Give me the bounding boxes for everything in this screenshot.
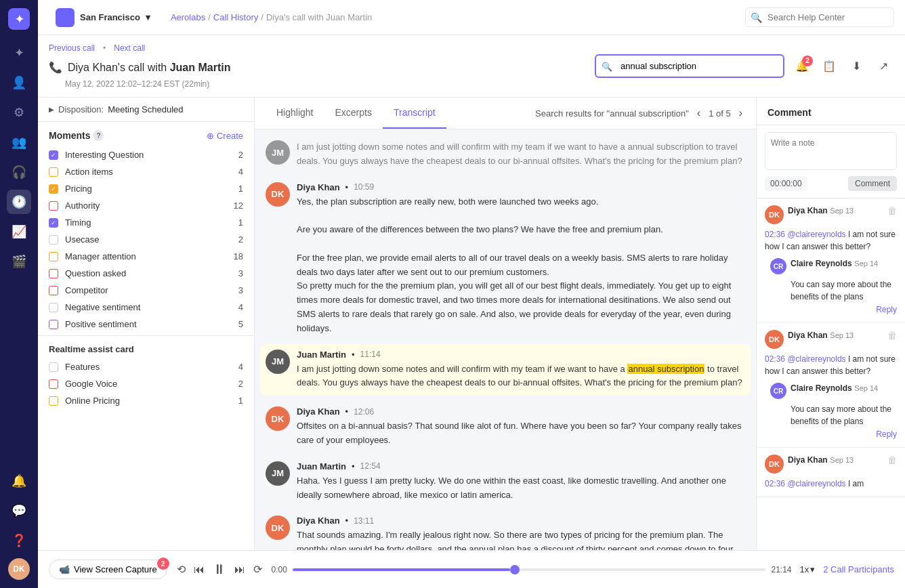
nav-headset-icon[interactable]: 🎧 <box>7 160 31 184</box>
org-selector[interactable]: San Francisco ▾ <box>49 4 157 31</box>
progress-bar[interactable] <box>293 568 765 571</box>
list-item[interactable]: Action items 4 <box>38 163 254 180</box>
nav-bell-icon[interactable]: 🔔 <box>7 469 31 493</box>
moments-info-icon[interactable]: ? <box>93 130 104 141</box>
moment-checkbox-positive-sentiment[interactable] <box>49 320 58 329</box>
comment-user-info: Diya Khan Sep 13 <box>788 455 883 465</box>
forward-15-button[interactable]: ⟳ <box>252 562 264 577</box>
tab-transcript[interactable]: Transcript <box>383 98 446 129</box>
download-button[interactable]: ⬇ <box>845 56 867 77</box>
list-item[interactable]: Authority 12 <box>38 197 254 214</box>
moment-checkbox-google-voice[interactable] <box>49 379 58 389</box>
comment-date: Sep 13 <box>830 207 854 215</box>
create-moment-button[interactable]: ⊕ Create <box>207 131 243 141</box>
speed-selector[interactable]: 1x ▾ <box>799 564 815 574</box>
list-item[interactable]: ✓ Interesting Question 2 <box>38 146 254 163</box>
next-call-link[interactable]: Next call <box>114 43 145 53</box>
moment-checkbox-action-items[interactable] <box>49 167 58 177</box>
nav-sparkle-icon[interactable]: ✦ <box>7 41 31 65</box>
list-item[interactable]: Google Voice 2 <box>38 375 254 392</box>
share-button[interactable]: ↗ <box>872 56 894 77</box>
moment-checkbox-negative-sentiment[interactable] <box>49 303 58 312</box>
call-search-input[interactable] <box>595 54 784 78</box>
skip-to-start-button[interactable]: ⏮ <box>192 562 206 577</box>
moment-checkbox-interesting-question[interactable]: ✓ <box>49 150 58 160</box>
moment-checkbox-features[interactable] <box>49 362 58 372</box>
call-search-icon: 🔍 <box>602 61 612 71</box>
view-screen-capture-button[interactable]: 📹 View Screen Capture 2 <box>49 560 167 579</box>
delete-comment-icon[interactable]: 🗑 <box>887 455 897 465</box>
comment-timestamp-link[interactable]: 02:36 <box>765 230 785 239</box>
list-item[interactable]: Usecase 2 <box>38 231 254 248</box>
delete-comment-icon[interactable]: 🗑 <box>887 330 897 341</box>
skip-to-end-button[interactable]: ⏭ <box>233 562 247 577</box>
comment-timestamp-link[interactable]: 02:36 <box>765 354 785 364</box>
progress-thumb[interactable] <box>510 565 520 574</box>
transcript-tabs: Highlight Excerpts Transcript Search res… <box>255 98 756 129</box>
message-content: I am just jotting down some notes and wi… <box>297 140 745 169</box>
user-avatar-nav[interactable]: DK <box>8 558 30 580</box>
three-col-layout: ▶ Disposition: Meeting Scheduled Moments… <box>38 98 905 550</box>
list-item[interactable]: Features 4 <box>38 358 254 375</box>
breadcrumb-section[interactable]: Call History <box>213 12 258 22</box>
comment-avatar: DK <box>765 205 784 224</box>
tab-excerpts[interactable]: Excerpts <box>324 98 382 129</box>
list-item[interactable]: Negative sentiment 4 <box>38 299 254 316</box>
moment-checkbox-timing[interactable]: ✓ <box>49 218 58 228</box>
breadcrumb-company[interactable]: Aerolabs <box>171 12 205 22</box>
moment-checkbox-usecase[interactable] <box>49 235 58 245</box>
nav-settings-icon[interactable]: ⚙ <box>7 100 31 125</box>
search-prev-button[interactable]: ‹ <box>694 106 703 121</box>
moment-count: 18 <box>234 251 243 261</box>
list-item[interactable]: Question asked 3 <box>38 265 254 282</box>
moment-checkbox-manager-attention[interactable] <box>49 252 58 261</box>
nav-team-icon[interactable]: 👥 <box>7 130 31 154</box>
list-item[interactable]: ✓ Pricing 1 <box>38 180 254 197</box>
moment-checkbox-authority[interactable] <box>49 201 58 211</box>
nav-history-icon[interactable]: 🕐 <box>7 190 31 214</box>
list-item[interactable]: Online Pricing 1 <box>38 392 254 409</box>
notifications-button[interactable]: 🔔 2 <box>791 56 813 77</box>
prev-call-link[interactable]: Previous call <box>49 43 95 53</box>
total-time-label: 21:14 <box>771 565 791 574</box>
moment-count: 3 <box>238 285 243 295</box>
breadcrumb-current: Diya's call with Juan Martin <box>266 12 372 22</box>
screen-capture-icon: 📹 <box>59 564 70 574</box>
search-help-input[interactable] <box>745 7 894 27</box>
list-item[interactable]: ✓ Timing 1 <box>38 214 254 231</box>
tab-highlight[interactable]: Highlight <box>266 98 324 129</box>
moment-label: Online Pricing <box>65 396 238 406</box>
call-participants-button[interactable]: 2 Call Participants <box>823 564 894 574</box>
speed-dropdown-icon: ▾ <box>810 564 815 574</box>
moment-checkbox-online-pricing[interactable] <box>49 396 58 406</box>
comment-actions: 00:00:00 Comment <box>765 176 897 191</box>
list-item[interactable]: Manager attention 18 <box>38 248 254 265</box>
add-note-button[interactable]: 📋 <box>818 56 840 77</box>
nav-person-icon[interactable]: 👤 <box>7 70 31 95</box>
comment-user-row: DK Diya Khan Sep 13 🗑 <box>765 205 897 224</box>
org-dropdown-icon[interactable]: ▾ <box>146 12 150 22</box>
reply-button[interactable]: Reply <box>876 429 897 439</box>
nav-help-icon[interactable]: ❓ <box>7 528 31 553</box>
list-item[interactable]: Competitor 3 <box>38 282 254 299</box>
comment-textarea[interactable] <box>765 132 897 170</box>
rewind-15-button[interactable]: ⟲ <box>175 562 187 577</box>
list-item[interactable]: Positive sentiment 5 <box>38 316 254 333</box>
nav-video-icon[interactable]: 🎬 <box>7 249 31 274</box>
comment-reply-area: CR Claire Reynolds Sep 14 You can say mo… <box>765 383 897 440</box>
bottom-bar: 📹 View Screen Capture 2 ⟲ ⏮ ⏸ ⏭ ⟳ 0:00 2… <box>38 550 905 588</box>
pause-button[interactable]: ⏸ <box>211 560 228 579</box>
moment-checkbox-pricing[interactable]: ✓ <box>49 184 58 194</box>
moment-checkbox-competitor[interactable] <box>49 286 58 295</box>
reply-button[interactable]: Reply <box>876 305 897 314</box>
moment-checkbox-question-asked[interactable] <box>49 269 58 278</box>
comment-timestamp-link[interactable]: 02:36 <box>765 479 785 488</box>
comment-reply-button-area: Reply <box>770 303 897 316</box>
delete-comment-icon[interactable]: 🗑 <box>887 205 897 216</box>
comment-submit-button[interactable]: Comment <box>848 176 897 191</box>
nav-analytics-icon[interactable]: 📈 <box>7 219 31 244</box>
disposition-bar[interactable]: ▶ Disposition: Meeting Scheduled <box>38 98 254 122</box>
speed-label: 1x <box>799 564 809 574</box>
search-next-button[interactable]: › <box>736 106 745 121</box>
nav-chat-icon[interactable]: 💬 <box>7 499 31 523</box>
